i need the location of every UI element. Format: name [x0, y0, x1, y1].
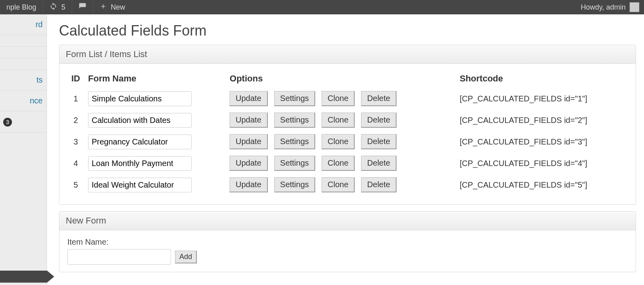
new-label: New	[111, 3, 125, 12]
delete-button[interactable]: Delete	[361, 134, 397, 149]
updates-count: 5	[61, 3, 65, 12]
col-name: Form Name	[84, 71, 226, 86]
shortcode-text: [CP_CALCULATED_FIELDS id="5"]	[456, 176, 628, 194]
form-list-panel: Form List / Items List ID Form Name Opti…	[59, 45, 636, 205]
form-name-input[interactable]	[88, 156, 192, 171]
settings-button[interactable]: Settings	[274, 177, 315, 192]
shortcode-text: [CP_CALCULATED_FIELDS id="3"]	[456, 133, 628, 151]
delete-button[interactable]: Delete	[361, 177, 397, 192]
sidebar-item[interactable]	[0, 35, 47, 47]
delete-button[interactable]: Delete	[361, 156, 397, 171]
comments-link[interactable]	[72, 0, 93, 14]
sidebar-item-plugins[interactable]: 3	[0, 111, 47, 133]
sidebar-item[interactable]: nce	[0, 91, 47, 111]
admin-sidebar: rd ts nce 3	[0, 14, 47, 285]
col-id: ID	[67, 71, 84, 86]
sidebar-item-label: rd	[35, 20, 43, 29]
update-button[interactable]: Update	[230, 113, 268, 128]
clone-button[interactable]: Clone	[322, 113, 355, 128]
account-link[interactable]: Howdy, admin	[576, 2, 644, 12]
row-id: 2	[67, 111, 84, 129]
avatar	[630, 2, 639, 12]
table-row: 4UpdateSettingsCloneDelete[CP_CALCULATED…	[67, 154, 628, 172]
plugin-update-badge: 3	[3, 118, 12, 127]
main-content: Calculated Fields Form Form List / Items…	[47, 14, 644, 285]
item-name-input[interactable]	[67, 249, 171, 265]
admin-bar: nple Blog 5 New Howdy, admin	[0, 0, 644, 14]
updates-link[interactable]: 5	[43, 0, 72, 14]
settings-button[interactable]: Settings	[274, 91, 315, 106]
new-form-panel: New Form Item Name: Add	[59, 211, 636, 272]
delete-button[interactable]: Delete	[361, 91, 397, 106]
page-title: Calculated Fields Form	[59, 22, 636, 39]
form-name-input[interactable]	[88, 135, 192, 149]
new-form-header: New Form	[59, 212, 636, 230]
shortcode-text: [CP_CALCULATED_FIELDS id="1"]	[456, 89, 628, 108]
update-button[interactable]: Update	[230, 91, 268, 106]
shortcode-text: [CP_CALCULATED_FIELDS id="2"]	[456, 111, 628, 129]
new-content-link[interactable]: New	[93, 0, 132, 14]
sidebar-item-label: ts	[36, 75, 43, 84]
site-title-link[interactable]: nple Blog	[0, 0, 43, 14]
settings-button[interactable]: Settings	[274, 134, 315, 149]
clone-button[interactable]: Clone	[322, 156, 355, 171]
row-id: 4	[67, 154, 84, 172]
plus-icon	[100, 3, 107, 12]
site-title: nple Blog	[6, 3, 36, 12]
table-row: 5UpdateSettingsCloneDelete[CP_CALCULATED…	[67, 176, 628, 194]
row-id: 5	[67, 176, 84, 194]
forms-table: ID Form Name Options Shortcode 1UpdateSe…	[67, 68, 628, 197]
shortcode-text: [CP_CALCULATED_FIELDS id="4"]	[456, 154, 628, 172]
form-name-input[interactable]	[88, 91, 192, 106]
update-button[interactable]: Update	[230, 156, 268, 171]
sidebar-item[interactable]: ts	[0, 70, 47, 91]
row-id: 1	[67, 89, 84, 108]
update-button[interactable]: Update	[230, 134, 268, 149]
sidebar-item[interactable]	[0, 47, 47, 58]
clone-button[interactable]: Clone	[322, 91, 355, 106]
settings-button[interactable]: Settings	[274, 113, 315, 128]
table-row: 3UpdateSettingsCloneDelete[CP_CALCULATED…	[67, 133, 628, 151]
add-button[interactable]: Add	[175, 251, 197, 263]
row-id: 3	[67, 133, 84, 151]
item-name-label: Item Name:	[67, 238, 628, 247]
form-name-input[interactable]	[88, 113, 192, 128]
delete-button[interactable]: Delete	[361, 113, 397, 128]
collapse-menu-button[interactable]	[0, 271, 47, 283]
form-list-header: Form List / Items List	[59, 45, 636, 64]
sidebar-item-label: nce	[30, 96, 43, 105]
howdy-text: Howdy, admin	[581, 3, 626, 12]
table-row: 2UpdateSettingsCloneDelete[CP_CALCULATED…	[67, 111, 628, 129]
comment-icon	[79, 2, 86, 12]
settings-button[interactable]: Settings	[274, 156, 315, 171]
col-options: Options	[226, 71, 456, 86]
refresh-icon	[49, 2, 57, 12]
table-row: 1UpdateSettingsCloneDelete[CP_CALCULATED…	[67, 89, 628, 108]
form-name-input[interactable]	[88, 178, 192, 192]
clone-button[interactable]: Clone	[322, 134, 355, 149]
clone-button[interactable]: Clone	[322, 177, 355, 192]
col-shortcode: Shortcode	[456, 71, 628, 86]
sidebar-item[interactable]	[0, 58, 47, 70]
update-button[interactable]: Update	[230, 177, 268, 192]
sidebar-item[interactable]: rd	[0, 14, 47, 35]
